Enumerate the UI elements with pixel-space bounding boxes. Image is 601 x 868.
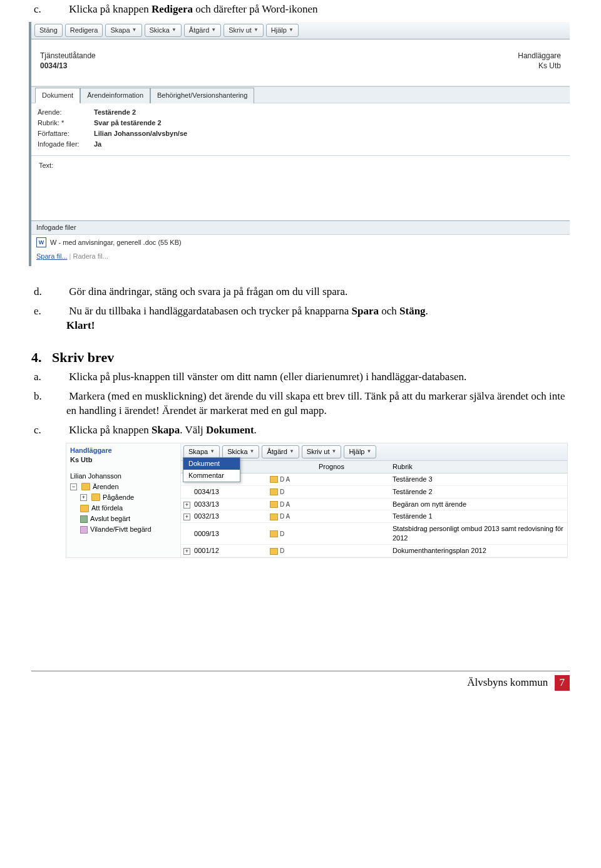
doc-icon (80, 515, 88, 523)
footer-org: Älvsbyns kommun (467, 676, 548, 688)
step-e-marker: e. (50, 304, 66, 319)
tab-arendeinfo[interactable]: Ärendeinformation (80, 88, 150, 103)
step-4a-text: Klicka på plus-knappen till vänster om d… (69, 371, 466, 383)
caret-icon: ▼ (331, 448, 336, 455)
folder-icon (270, 488, 278, 495)
step-4b-text: Markera (med en musklickning) det ärende… (66, 390, 565, 416)
btn-skapa[interactable]: Skapa▼ (105, 24, 141, 37)
skapa-menu: Dokument Kommentar (183, 457, 240, 482)
caret-icon: ▼ (210, 448, 215, 455)
btn-skicka-2[interactable]: Skicka▼ (222, 445, 259, 458)
tree-user[interactable]: Lilian Johansson (70, 471, 177, 482)
step-e-mid: och (379, 305, 399, 317)
grid-row[interactable]: 0009/13 DStatsbidrag personligt ombud 20… (181, 523, 567, 545)
tab-dokument[interactable]: Dokument (35, 88, 80, 103)
btn-atgard-2[interactable]: Åtgärd▼ (262, 445, 299, 458)
file-row[interactable]: W W - med anvisningar, generell .doc (55… (31, 235, 570, 250)
grid-row[interactable]: + 0001/12 DDokumenthanteringsplan 2012 (181, 545, 567, 557)
btn-skicka[interactable]: Skicka▼ (145, 24, 182, 37)
minus-icon[interactable]: − (70, 483, 77, 490)
link-radera-fil: Radera fil... (73, 252, 108, 260)
tree-arenden[interactable]: −Ärenden (70, 482, 177, 492)
toolbar-1: Stäng Redigera Skapa▼ Skicka▼ Åtgärd▼ Sk… (31, 22, 570, 39)
step-d-text: Gör dina ändringar, stäng och svara ja p… (69, 286, 347, 297)
btn-stang[interactable]: Stäng (34, 24, 63, 37)
step-e-spara: Spara (352, 305, 379, 317)
grid-row[interactable]: 0034/13 DTestärende 2 (181, 486, 567, 499)
value-infogade: Ja (94, 140, 101, 149)
btn-atgard[interactable]: Åtgärd▼ (184, 24, 221, 37)
folder-icon (270, 530, 278, 537)
folder-icon (81, 483, 90, 490)
btn-hjalp-2[interactable]: Hjälp▼ (344, 445, 376, 458)
btn-skrivut-2[interactable]: Skriv ut▼ (302, 445, 342, 458)
main-panel: Skapa▼ Skicka▼ Åtgärd▼ Skriv ut▼ Hjälp▼ … (181, 443, 567, 557)
section-4-num: 4. (31, 349, 42, 365)
tree-vilande[interactable]: Vilande/Fivtt begärd (70, 524, 177, 535)
label-infogade: Infogade filer: (38, 140, 94, 149)
label-rubrik: Rubrik: * (38, 118, 94, 128)
step-4c-marker: c. (50, 423, 66, 438)
tree-avslut[interactable]: Avslut begärt (70, 514, 177, 524)
step-d: d. Gör dina ändringar, stäng och svara j… (50, 285, 570, 299)
tab-row: Dokument Ärendeinformation Behörighet/Ve… (31, 86, 570, 103)
caret-icon: ▼ (254, 27, 259, 34)
tab-behorighet[interactable]: Behörighet/Versionshantering (150, 88, 254, 103)
step-c: c. Klicka på knappen Redigera och däreft… (50, 3, 570, 17)
step-4c-mid: . Välj (180, 424, 206, 436)
caret-icon: ▼ (250, 448, 255, 455)
step-e: e. Nu är du tillbaka i handläggardatabas… (50, 304, 570, 333)
menu-dokument[interactable]: Dokument (183, 458, 240, 470)
step-4a: a. Klicka på plus-knappen till vänster o… (50, 370, 570, 385)
value-rubrik: Svar på testärende 2 (94, 118, 162, 128)
step-4c-dokument: Dokument (206, 424, 254, 436)
tree-att-fordela[interactable]: Att fördela (70, 503, 177, 514)
files-box: Infogade filer W W - med anvisningar, ge… (31, 220, 570, 266)
plus-icon[interactable]: + (80, 494, 87, 501)
caret-icon: ▼ (211, 27, 216, 34)
form-panel: Ärende:Testärende 2 Rubrik: *Svar på tes… (31, 103, 570, 156)
folder-icon (80, 505, 89, 512)
step-c-text-a: Klicka på knappen (69, 3, 152, 15)
footer-page: 7 (555, 675, 570, 691)
step-c-text-b: och därefter på Word-ikonen (193, 3, 317, 15)
doc-handlaggare-value: Ks Utb (518, 61, 561, 71)
step-c-marker: c. (50, 3, 66, 17)
step-4c-a: Klicka på knappen (69, 424, 152, 436)
label-forfattare: Författare: (38, 129, 94, 138)
caret-icon: ▼ (132, 27, 137, 34)
step-4b-marker: b. (50, 390, 66, 404)
folder-icon (270, 476, 278, 483)
doc-handlaggare-label: Handläggare (518, 51, 561, 61)
word-icon[interactable]: W (36, 237, 46, 247)
folder-icon (270, 501, 278, 508)
doc-type: Tjänsteutlåtande (40, 51, 96, 61)
step-4a-marker: a. (50, 370, 66, 385)
grid-row[interactable]: + 0032/13 D ATestärende 1 (181, 510, 567, 523)
section-4-name: Skriv brev (52, 349, 114, 365)
grid-row[interactable]: + 0033/13 D ABegäran om nytt ärende (181, 499, 567, 511)
col-prognos: Prognos (316, 461, 390, 473)
caret-icon: ▼ (289, 448, 294, 455)
plus-icon[interactable]: + (183, 514, 190, 520)
step-e-end: . (426, 305, 428, 317)
step-e-stang: Stäng (399, 305, 426, 317)
btn-skrivut[interactable]: Skriv ut▼ (223, 24, 264, 37)
doc-icon (80, 526, 88, 534)
step-4c-end: . (254, 424, 257, 436)
link-spara-fil[interactable]: Spara fil... (36, 252, 68, 260)
files-header: Infogade filer (31, 220, 570, 235)
value-arende: Testärende 2 (94, 108, 136, 117)
section-4-title: 4. Skriv brev (31, 348, 570, 367)
btn-hjalp[interactable]: Hjälp▼ (266, 24, 299, 37)
menu-kommentar[interactable]: Kommentar (183, 470, 240, 482)
step-c-bold: Redigera (152, 3, 193, 15)
tree-pagaende[interactable]: +Pågående (70, 492, 177, 503)
plus-icon[interactable]: + (183, 502, 190, 509)
grid-body: 0034/13 D ATestärende 3 0034/13 DTestäre… (181, 473, 567, 557)
btn-redigera[interactable]: Redigera (65, 24, 103, 37)
label-arende: Ärende: (38, 108, 94, 117)
sidebar: Handläggare Ks Utb Lilian Johansson −Äre… (66, 443, 181, 557)
plus-icon[interactable]: + (183, 548, 190, 555)
btn-skapa-2[interactable]: Skapa▼ (183, 445, 220, 458)
